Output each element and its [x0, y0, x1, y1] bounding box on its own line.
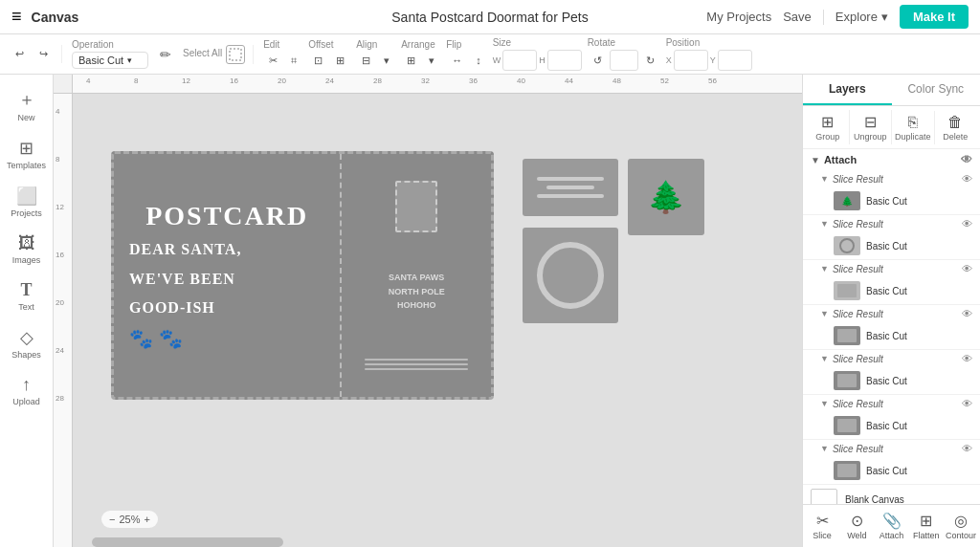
- slice1-eye-icon[interactable]: 👁: [962, 173, 972, 185]
- arrange2-button[interactable]: ▾: [423, 52, 440, 70]
- waves-element[interactable]: [523, 159, 618, 216]
- make-it-button[interactable]: Make It: [900, 5, 969, 29]
- layer-thumb-1: 🌲: [834, 191, 860, 210]
- attach-icon: 📎: [882, 512, 902, 530]
- y-input[interactable]: [718, 50, 752, 71]
- x-input[interactable]: [674, 50, 708, 71]
- offset2-button[interactable]: ⊞: [330, 52, 350, 70]
- slice5-chevron-icon: ▼: [820, 354, 829, 363]
- sidebar-item-shapes[interactable]: ◇ Shapes: [4, 321, 50, 365]
- slice6-chevron-icon: ▼: [820, 399, 829, 408]
- offset-button[interactable]: ⊡: [308, 52, 328, 70]
- pen-tool-button[interactable]: ✏: [154, 44, 177, 65]
- redo-button[interactable]: ↪: [33, 45, 54, 63]
- select-all-box[interactable]: [226, 45, 245, 64]
- sidebar-item-text[interactable]: T Text: [4, 274, 50, 317]
- undo-button[interactable]: ↩: [10, 45, 30, 63]
- blank-canvas-item[interactable]: Blank Canvas: [803, 485, 980, 504]
- layer-item-6[interactable]: Basic Cut: [803, 412, 980, 440]
- duplicate-button[interactable]: ⎘ Duplicate: [892, 111, 935, 144]
- layer-item-4[interactable]: Basic Cut: [803, 322, 980, 350]
- canvas-area[interactable]: 4 8 12 16 20 24 28 32 36 40 44 48 52 56 …: [54, 75, 802, 547]
- slice-button[interactable]: ✂ Slice: [805, 509, 839, 543]
- postcard-element[interactable]: POSTCARD DEAR SANTA, WE'VE BEEN GOOD-ISH…: [111, 151, 494, 400]
- layer-item-7[interactable]: Basic Cut: [803, 457, 980, 485]
- flatten-button[interactable]: ⊞ Flatten: [909, 509, 944, 543]
- sidebar-item-images[interactable]: 🖼 Images: [4, 228, 50, 271]
- edit-button[interactable]: ✂: [263, 52, 283, 70]
- slice-result-3: ▼ Slice Result 👁 Basic Cut: [803, 260, 980, 305]
- circle-shape: [537, 242, 604, 309]
- slice4-eye-icon[interactable]: 👁: [962, 308, 972, 319]
- toolbar-flip-section: Flip ↔ ↕: [446, 39, 487, 69]
- rotate-ccw-button[interactable]: ↺: [588, 52, 608, 70]
- weld-button[interactable]: ⊙ Weld: [839, 509, 874, 543]
- slice-result-5-header[interactable]: ▼ Slice Result 👁: [803, 350, 980, 367]
- attach-visibility-icon[interactable]: 👁: [961, 153, 972, 166]
- hamburger-icon[interactable]: ≡: [11, 7, 22, 27]
- slice-result-4-header[interactable]: ▼ Slice Result 👁: [803, 305, 980, 322]
- rotate-cw-button[interactable]: ↻: [640, 52, 660, 70]
- flip-h-button[interactable]: ↔: [446, 52, 468, 69]
- postcard-text-line3: GOOD-ISH: [129, 297, 324, 318]
- save-button[interactable]: Save: [783, 10, 812, 24]
- slice4-title: Slice Result: [833, 309, 962, 319]
- slice6-title: Slice Result: [833, 399, 962, 409]
- ruler-h-tick: 48: [612, 77, 621, 85]
- operation-select[interactable]: Basic Cut ▾: [72, 52, 148, 69]
- slice6-eye-icon[interactable]: 👁: [962, 398, 972, 409]
- zoom-out-icon[interactable]: −: [109, 514, 115, 525]
- circle-element[interactable]: [523, 228, 618, 323]
- layer-item-2[interactable]: Basic Cut: [803, 232, 980, 260]
- edit2-button[interactable]: ⌗: [285, 52, 302, 70]
- slice-result-6-header[interactable]: ▼ Slice Result 👁: [803, 395, 980, 412]
- postcard-left: POSTCARD DEAR SANTA, WE'VE BEEN GOOD-ISH…: [114, 154, 340, 397]
- align-button[interactable]: ⊟: [356, 52, 376, 70]
- layer-item-3[interactable]: Basic Cut: [803, 277, 980, 305]
- layer-item-1[interactable]: 🌲 Basic Cut: [803, 187, 980, 215]
- tab-color-sync[interactable]: Color Sync: [892, 75, 981, 105]
- width-input[interactable]: [502, 50, 537, 71]
- flip-v-button[interactable]: ↕: [470, 52, 487, 69]
- contour-button[interactable]: ◎ Contour: [944, 509, 978, 543]
- slice-result-1-header[interactable]: ▼ Slice Result 👁: [803, 170, 980, 187]
- slice2-eye-icon[interactable]: 👁: [962, 218, 972, 230]
- slice-result-6: ▼ Slice Result 👁 Basic Cut: [803, 395, 980, 440]
- delete-button[interactable]: 🗑 Delete: [935, 111, 977, 144]
- sidebar-item-templates[interactable]: ⊞ Templates: [4, 132, 50, 176]
- slice1-chevron-icon: ▼: [820, 174, 829, 184]
- sidebar-item-upload[interactable]: ↑ Upload: [4, 369, 50, 412]
- toolbar-position-section: Position X Y: [666, 37, 752, 71]
- layers-list[interactable]: ▼ Attach 👁 ▼ Slice Result 👁 🌲: [803, 149, 980, 504]
- zoom-control[interactable]: − 25% +: [101, 511, 158, 528]
- attach-button[interactable]: 📎 Attach: [874, 509, 908, 543]
- explore-button[interactable]: Explore ▾: [835, 10, 888, 24]
- layer-item-5[interactable]: Basic Cut: [803, 367, 980, 395]
- panel-tabs: Layers Color Sync: [803, 75, 980, 106]
- height-input[interactable]: [547, 50, 582, 71]
- toolbar-arrange-section: Arrange ⊞ ▾: [401, 39, 440, 70]
- slice-result-7-header[interactable]: ▼ Slice Result 👁: [803, 440, 980, 457]
- tab-layers[interactable]: Layers: [803, 75, 892, 105]
- slice-result-3-header[interactable]: ▼ Slice Result 👁: [803, 260, 980, 277]
- sidebar-item-new[interactable]: ＋ New: [4, 82, 50, 128]
- slice-result-2-header[interactable]: ▼ Slice Result 👁: [803, 215, 980, 232]
- my-projects-link[interactable]: My Projects: [706, 10, 771, 24]
- scrollbar-thumb[interactable]: [92, 537, 283, 547]
- group-button[interactable]: ⊞ Group: [807, 110, 850, 144]
- attach-group-header[interactable]: ▼ Attach 👁: [803, 149, 980, 170]
- zoom-in-icon[interactable]: +: [144, 514, 149, 525]
- rotate-input[interactable]: [610, 50, 638, 71]
- canvas-content[interactable]: POSTCARD DEAR SANTA, WE'VE BEEN GOOD-ISH…: [73, 94, 802, 547]
- ungroup-button[interactable]: ⊟ Ungroup: [850, 110, 893, 144]
- slice5-eye-icon[interactable]: 👁: [962, 353, 972, 364]
- sidebar-item-shapes-label: Shapes: [11, 350, 41, 360]
- ungroup-icon: ⊟: [864, 113, 877, 131]
- sidebar-item-projects[interactable]: ⬜ Projects: [4, 180, 50, 224]
- horizontal-scrollbar[interactable]: [92, 537, 802, 547]
- slice7-eye-icon[interactable]: 👁: [962, 443, 972, 454]
- align2-button[interactable]: ▾: [378, 52, 395, 70]
- slice3-eye-icon[interactable]: 👁: [962, 263, 972, 274]
- tree-element[interactable]: 🌲: [628, 159, 704, 235]
- arrange-button[interactable]: ⊞: [401, 52, 421, 70]
